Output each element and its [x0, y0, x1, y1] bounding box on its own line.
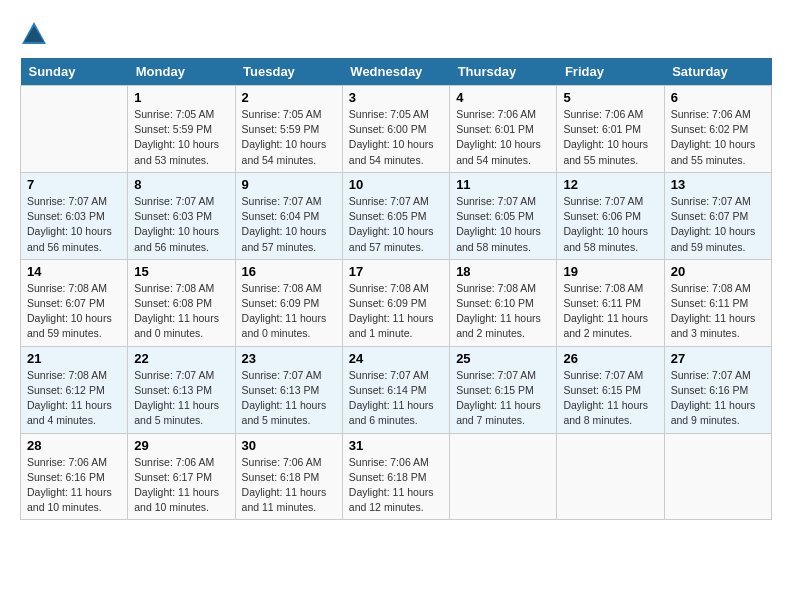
weekday-header-wednesday: Wednesday: [342, 58, 449, 86]
calendar-cell: 1Sunrise: 7:05 AM Sunset: 5:59 PM Daylig…: [128, 86, 235, 173]
day-info: Sunrise: 7:06 AM Sunset: 6:01 PM Dayligh…: [563, 107, 657, 168]
week-row-2: 7Sunrise: 7:07 AM Sunset: 6:03 PM Daylig…: [21, 172, 772, 259]
day-info: Sunrise: 7:07 AM Sunset: 6:16 PM Dayligh…: [671, 368, 765, 429]
day-info: Sunrise: 7:07 AM Sunset: 6:05 PM Dayligh…: [349, 194, 443, 255]
calendar-cell: 26Sunrise: 7:07 AM Sunset: 6:15 PM Dayli…: [557, 346, 664, 433]
calendar-cell: 20Sunrise: 7:08 AM Sunset: 6:11 PM Dayli…: [664, 259, 771, 346]
day-number: 16: [242, 264, 336, 279]
page-header: [20, 20, 772, 48]
day-info: Sunrise: 7:06 AM Sunset: 6:18 PM Dayligh…: [242, 455, 336, 516]
day-info: Sunrise: 7:07 AM Sunset: 6:03 PM Dayligh…: [134, 194, 228, 255]
day-info: Sunrise: 7:06 AM Sunset: 6:01 PM Dayligh…: [456, 107, 550, 168]
calendar-cell: 16Sunrise: 7:08 AM Sunset: 6:09 PM Dayli…: [235, 259, 342, 346]
day-info: Sunrise: 7:05 AM Sunset: 5:59 PM Dayligh…: [134, 107, 228, 168]
day-info: Sunrise: 7:08 AM Sunset: 6:12 PM Dayligh…: [27, 368, 121, 429]
calendar-cell: 8Sunrise: 7:07 AM Sunset: 6:03 PM Daylig…: [128, 172, 235, 259]
calendar-cell: 31Sunrise: 7:06 AM Sunset: 6:18 PM Dayli…: [342, 433, 449, 520]
calendar-cell: [557, 433, 664, 520]
day-info: Sunrise: 7:07 AM Sunset: 6:13 PM Dayligh…: [242, 368, 336, 429]
calendar-cell: 13Sunrise: 7:07 AM Sunset: 6:07 PM Dayli…: [664, 172, 771, 259]
calendar-cell: 14Sunrise: 7:08 AM Sunset: 6:07 PM Dayli…: [21, 259, 128, 346]
calendar-cell: [21, 86, 128, 173]
day-number: 23: [242, 351, 336, 366]
day-number: 11: [456, 177, 550, 192]
day-number: 5: [563, 90, 657, 105]
day-info: Sunrise: 7:07 AM Sunset: 6:14 PM Dayligh…: [349, 368, 443, 429]
calendar-cell: 17Sunrise: 7:08 AM Sunset: 6:09 PM Dayli…: [342, 259, 449, 346]
calendar-cell: 6Sunrise: 7:06 AM Sunset: 6:02 PM Daylig…: [664, 86, 771, 173]
weekday-header-thursday: Thursday: [450, 58, 557, 86]
day-info: Sunrise: 7:07 AM Sunset: 6:05 PM Dayligh…: [456, 194, 550, 255]
day-number: 9: [242, 177, 336, 192]
day-number: 14: [27, 264, 121, 279]
day-number: 21: [27, 351, 121, 366]
day-number: 6: [671, 90, 765, 105]
day-info: Sunrise: 7:07 AM Sunset: 6:13 PM Dayligh…: [134, 368, 228, 429]
day-number: 8: [134, 177, 228, 192]
day-info: Sunrise: 7:08 AM Sunset: 6:09 PM Dayligh…: [242, 281, 336, 342]
day-info: Sunrise: 7:07 AM Sunset: 6:06 PM Dayligh…: [563, 194, 657, 255]
day-number: 18: [456, 264, 550, 279]
day-number: 13: [671, 177, 765, 192]
day-number: 26: [563, 351, 657, 366]
day-info: Sunrise: 7:08 AM Sunset: 6:11 PM Dayligh…: [671, 281, 765, 342]
day-number: 7: [27, 177, 121, 192]
calendar-cell: 3Sunrise: 7:05 AM Sunset: 6:00 PM Daylig…: [342, 86, 449, 173]
week-row-1: 1Sunrise: 7:05 AM Sunset: 5:59 PM Daylig…: [21, 86, 772, 173]
calendar-cell: 28Sunrise: 7:06 AM Sunset: 6:16 PM Dayli…: [21, 433, 128, 520]
day-info: Sunrise: 7:06 AM Sunset: 6:17 PM Dayligh…: [134, 455, 228, 516]
day-number: 19: [563, 264, 657, 279]
weekday-header-saturday: Saturday: [664, 58, 771, 86]
day-number: 27: [671, 351, 765, 366]
day-number: 30: [242, 438, 336, 453]
day-number: 10: [349, 177, 443, 192]
calendar-cell: 22Sunrise: 7:07 AM Sunset: 6:13 PM Dayli…: [128, 346, 235, 433]
day-number: 31: [349, 438, 443, 453]
calendar-cell: [664, 433, 771, 520]
day-info: Sunrise: 7:07 AM Sunset: 6:07 PM Dayligh…: [671, 194, 765, 255]
logo-icon: [20, 20, 48, 48]
day-number: 28: [27, 438, 121, 453]
day-info: Sunrise: 7:08 AM Sunset: 6:07 PM Dayligh…: [27, 281, 121, 342]
day-number: 29: [134, 438, 228, 453]
day-info: Sunrise: 7:07 AM Sunset: 6:04 PM Dayligh…: [242, 194, 336, 255]
calendar-cell: 24Sunrise: 7:07 AM Sunset: 6:14 PM Dayli…: [342, 346, 449, 433]
day-number: 20: [671, 264, 765, 279]
day-number: 22: [134, 351, 228, 366]
day-number: 24: [349, 351, 443, 366]
weekday-header-friday: Friday: [557, 58, 664, 86]
day-info: Sunrise: 7:06 AM Sunset: 6:16 PM Dayligh…: [27, 455, 121, 516]
calendar-cell: 7Sunrise: 7:07 AM Sunset: 6:03 PM Daylig…: [21, 172, 128, 259]
calendar-cell: 30Sunrise: 7:06 AM Sunset: 6:18 PM Dayli…: [235, 433, 342, 520]
day-info: Sunrise: 7:08 AM Sunset: 6:11 PM Dayligh…: [563, 281, 657, 342]
day-info: Sunrise: 7:08 AM Sunset: 6:09 PM Dayligh…: [349, 281, 443, 342]
day-info: Sunrise: 7:05 AM Sunset: 5:59 PM Dayligh…: [242, 107, 336, 168]
week-row-4: 21Sunrise: 7:08 AM Sunset: 6:12 PM Dayli…: [21, 346, 772, 433]
day-info: Sunrise: 7:08 AM Sunset: 6:08 PM Dayligh…: [134, 281, 228, 342]
day-number: 2: [242, 90, 336, 105]
day-number: 15: [134, 264, 228, 279]
calendar-cell: 19Sunrise: 7:08 AM Sunset: 6:11 PM Dayli…: [557, 259, 664, 346]
calendar-cell: 10Sunrise: 7:07 AM Sunset: 6:05 PM Dayli…: [342, 172, 449, 259]
weekday-header-row: SundayMondayTuesdayWednesdayThursdayFrid…: [21, 58, 772, 86]
calendar-cell: 18Sunrise: 7:08 AM Sunset: 6:10 PM Dayli…: [450, 259, 557, 346]
calendar-cell: 25Sunrise: 7:07 AM Sunset: 6:15 PM Dayli…: [450, 346, 557, 433]
week-row-5: 28Sunrise: 7:06 AM Sunset: 6:16 PM Dayli…: [21, 433, 772, 520]
logo: [20, 20, 52, 48]
day-number: 4: [456, 90, 550, 105]
day-info: Sunrise: 7:07 AM Sunset: 6:15 PM Dayligh…: [563, 368, 657, 429]
day-info: Sunrise: 7:05 AM Sunset: 6:00 PM Dayligh…: [349, 107, 443, 168]
weekday-header-tuesday: Tuesday: [235, 58, 342, 86]
calendar-cell: 29Sunrise: 7:06 AM Sunset: 6:17 PM Dayli…: [128, 433, 235, 520]
weekday-header-sunday: Sunday: [21, 58, 128, 86]
svg-marker-1: [24, 26, 44, 42]
calendar-cell: 9Sunrise: 7:07 AM Sunset: 6:04 PM Daylig…: [235, 172, 342, 259]
day-number: 3: [349, 90, 443, 105]
calendar-table: SundayMondayTuesdayWednesdayThursdayFrid…: [20, 58, 772, 520]
calendar-cell: [450, 433, 557, 520]
day-info: Sunrise: 7:06 AM Sunset: 6:02 PM Dayligh…: [671, 107, 765, 168]
calendar-cell: 5Sunrise: 7:06 AM Sunset: 6:01 PM Daylig…: [557, 86, 664, 173]
week-row-3: 14Sunrise: 7:08 AM Sunset: 6:07 PM Dayli…: [21, 259, 772, 346]
calendar-cell: 27Sunrise: 7:07 AM Sunset: 6:16 PM Dayli…: [664, 346, 771, 433]
calendar-cell: 23Sunrise: 7:07 AM Sunset: 6:13 PM Dayli…: [235, 346, 342, 433]
